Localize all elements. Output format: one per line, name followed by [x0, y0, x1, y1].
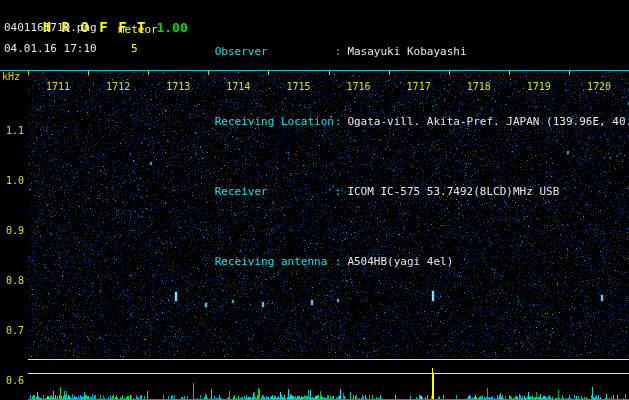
- freq-tick-label: 0.7: [0, 325, 24, 336]
- time-tick-label: 1716: [344, 81, 374, 92]
- info-colon: :: [335, 45, 342, 58]
- info-value: A504HB(yagi 4el): [347, 255, 453, 268]
- file-name: 0401161710.png: [4, 21, 97, 34]
- freq-tick-label: 1.1: [0, 125, 24, 136]
- info-label: Receiving antenna: [215, 255, 335, 269]
- info-row-location: Receiving Location:Ogata-vill. Akita-Pre…: [175, 101, 629, 143]
- freq-tick-label: 0.8: [0, 275, 24, 286]
- info-colon: :: [335, 185, 342, 198]
- info-row-observer: Observer:Masayuki Kobayashi: [175, 31, 629, 73]
- time-tick-label: 1711: [43, 81, 73, 92]
- time-tick-label: 1714: [223, 81, 253, 92]
- info-label: Receiving Location: [215, 115, 335, 129]
- info-row-receiver: Receiver:ICOM IC-575 53.7492(8LCD)MHz US…: [175, 171, 629, 213]
- time-tick-label: 1718: [464, 81, 494, 92]
- info-row-antenna: Receiving antenna:A504HB(yagi 4el): [175, 241, 629, 283]
- mode-label: meteor: [118, 23, 158, 36]
- info-value: Ogata-vill. Akita-Pref. JAPAN (139.96E, …: [347, 115, 629, 128]
- freq-tick-label: 0.9: [0, 225, 24, 236]
- observer-info: Observer:Masayuki Kobayashi Receiving Lo…: [175, 3, 629, 311]
- info-label: Observer: [215, 45, 335, 59]
- freq-tick-label: 0.6: [0, 375, 24, 386]
- info-colon: :: [335, 255, 342, 268]
- info-colon: :: [335, 115, 342, 128]
- time-tick-label: 1719: [524, 81, 554, 92]
- info-value: ICOM IC-575 53.7492(8LCD)MHz USB: [347, 185, 559, 198]
- datetime-label: 04.01.16 17:10: [4, 42, 97, 55]
- time-tick-label: 1715: [283, 81, 313, 92]
- info-value: Masayuki Kobayashi: [347, 45, 466, 58]
- meteor-count: 5: [131, 42, 138, 55]
- hrofft-screen: H R O F F T1.00 0401161710.png meteor 04…: [0, 0, 629, 400]
- time-tick-label: 1712: [103, 81, 133, 92]
- freq-tick-label: 1.0: [0, 175, 24, 186]
- time-tick-label: 1717: [404, 81, 434, 92]
- time-tick-label: 1713: [163, 81, 193, 92]
- freq-unit-label: kHz: [2, 71, 20, 82]
- info-label: Receiver: [215, 185, 335, 199]
- time-tick-label: 1720: [584, 81, 614, 92]
